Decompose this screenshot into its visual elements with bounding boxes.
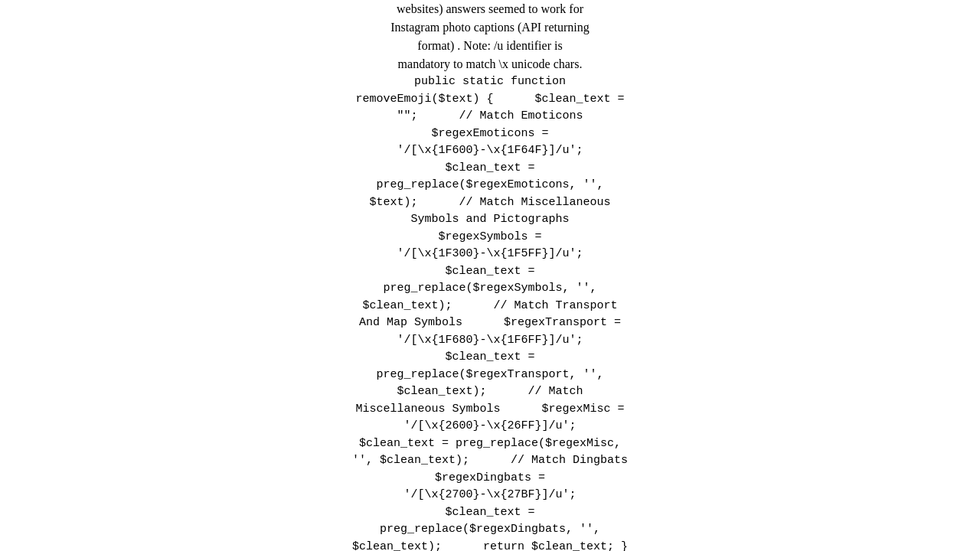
line-1: websites) answers seemed to work for bbox=[153, 0, 827, 18]
line-3: format) . Note: /u identifier is bbox=[153, 37, 827, 55]
code-line-23: '', $clean_text); // Match Dingbats bbox=[153, 452, 827, 470]
code-line-16: '/[\x{1F680}-\x{1F6FF}]/u'; bbox=[153, 332, 827, 350]
code-line-20: Miscellaneous Symbols $regexMisc = bbox=[153, 401, 827, 419]
code-line-2: removeEmoji($text) { $clean_text = bbox=[153, 91, 827, 109]
text-block: websites) answers seemed to work for Ins… bbox=[153, 0, 827, 551]
code-line-12: $clean_text = bbox=[153, 263, 827, 281]
code-line-14: $clean_text); // Match Transport bbox=[153, 298, 827, 315]
code-line-6: $clean_text = bbox=[153, 160, 827, 178]
code-line-19: $clean_text); // Match bbox=[153, 383, 827, 401]
code-line-11: '/[\x{1F300}-\x{1F5FF}]/u'; bbox=[153, 246, 827, 263]
code-line-7: preg_replace($regexEmoticons, '', bbox=[153, 177, 827, 194]
code-line-24: $regexDingbats = bbox=[153, 470, 827, 487]
line-2: Instagram photo captions (API returning bbox=[153, 18, 827, 37]
main-content: websites) answers seemed to work for Ins… bbox=[0, 0, 980, 551]
code-line-25: '/[\x{2700}-\x{27BF}]/u'; bbox=[153, 487, 827, 504]
code-line-27: preg_replace($regexDingbats, '', bbox=[153, 521, 827, 539]
code-line-10: $regexSymbols = bbox=[153, 229, 827, 246]
code-line-4: $regexEmoticons = bbox=[153, 126, 827, 143]
code-line-8: $text); // Match Miscellaneous bbox=[153, 194, 827, 212]
line-4: mandatory to match \x unicode chars. bbox=[153, 55, 827, 73]
code-line-15: And Map Symbols $regexTransport = bbox=[153, 315, 827, 332]
code-line-1: public static function bbox=[153, 73, 827, 91]
code-line-3: ""; // Match Emoticons bbox=[153, 108, 827, 126]
code-line-28: $clean_text); return $clean_text; } bbox=[153, 539, 827, 552]
code-line-9: Symbols and Pictographs bbox=[153, 211, 827, 229]
code-line-18: preg_replace($regexTransport, '', bbox=[153, 367, 827, 384]
code-line-5: '/[\x{1F600}-\x{1F64F}]/u'; bbox=[153, 142, 827, 160]
code-line-17: $clean_text = bbox=[153, 349, 827, 367]
code-line-13: preg_replace($regexSymbols, '', bbox=[153, 280, 827, 298]
code-line-22: $clean_text = preg_replace($regexMisc, bbox=[153, 435, 827, 453]
code-line-26: $clean_text = bbox=[153, 504, 827, 522]
code-line-21: '/[\x{2600}-\x{26FF}]/u'; bbox=[153, 418, 827, 435]
